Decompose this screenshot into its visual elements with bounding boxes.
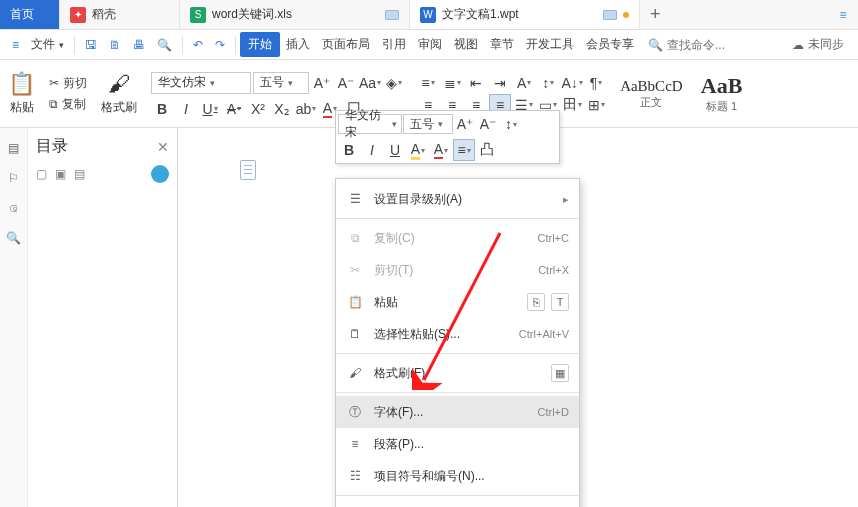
clear-format-button[interactable]: ◈▾ bbox=[383, 72, 405, 94]
strike-button[interactable]: A▾ bbox=[223, 98, 245, 120]
numbering-button[interactable]: ≣▾ bbox=[441, 72, 463, 94]
line-spacing-button[interactable]: ↕▾ bbox=[537, 72, 559, 94]
menu-view[interactable]: 视图 bbox=[448, 32, 484, 57]
sort-button[interactable]: A↓▾ bbox=[561, 72, 583, 94]
search-icon[interactable]: 🔍 bbox=[4, 228, 24, 248]
italic-button[interactable]: I bbox=[175, 98, 197, 120]
decrease-indent-button[interactable]: ⇤ bbox=[465, 72, 487, 94]
ctx-paragraph[interactable]: ≡ 段落(P)... bbox=[336, 428, 579, 460]
ctx-set-level[interactable]: ☰ 设置目录级别(A) ▸ bbox=[336, 183, 579, 215]
tab-xls[interactable]: S word关键词.xls bbox=[180, 0, 410, 29]
text-effects-button[interactable]: A▾ bbox=[513, 72, 535, 94]
format-painter-extra-icon[interactable]: ▦ bbox=[551, 364, 569, 382]
menu-references[interactable]: 引用 bbox=[376, 32, 412, 57]
menu-insert[interactable]: 插入 bbox=[280, 32, 316, 57]
wpt-icon: W bbox=[420, 7, 436, 23]
tabs-button[interactable]: ⊞▾ bbox=[585, 94, 607, 116]
outline-btn3-icon[interactable]: ▤ bbox=[74, 167, 85, 181]
undo-icon[interactable]: ↶ bbox=[187, 34, 209, 56]
sync-status[interactable]: ☁ 未同步 bbox=[784, 36, 852, 53]
menu-page-layout[interactable]: 页面布局 bbox=[316, 32, 376, 57]
mini-underline[interactable]: U bbox=[384, 139, 406, 161]
tab-wpt-active[interactable]: W 文字文稿1.wpt bbox=[410, 0, 640, 29]
file-menu[interactable]: 文件▾ bbox=[25, 32, 70, 57]
show-marks-button[interactable]: ¶▾ bbox=[585, 72, 607, 94]
subscript-button[interactable]: X₂ bbox=[271, 98, 293, 120]
font-size-combo[interactable]: 五号▾ bbox=[253, 72, 309, 94]
menu-review[interactable]: 审阅 bbox=[412, 32, 448, 57]
outline-refresh-icon[interactable] bbox=[151, 165, 169, 183]
tab-docer[interactable]: ✦ 稻壳 bbox=[60, 0, 180, 29]
print-icon[interactable]: 🖶 bbox=[127, 34, 151, 56]
paste-button[interactable]: 📋 粘贴 bbox=[0, 60, 43, 127]
style-heading1[interactable]: AaB 标题 1 bbox=[690, 70, 754, 117]
bookmark-flag-icon[interactable]: ⚐ bbox=[4, 168, 24, 188]
outline-view-icon[interactable]: ▤ bbox=[4, 138, 24, 158]
format-painter-button[interactable]: 🖌 格式刷 bbox=[93, 60, 145, 127]
mini-line-spacing[interactable]: ↕▾ bbox=[500, 113, 522, 135]
save-as-icon[interactable]: 🗎 bbox=[103, 34, 127, 56]
tab-new[interactable]: + bbox=[640, 0, 700, 29]
cloud-icon: ☁ bbox=[792, 38, 804, 52]
mini-shrink-font[interactable]: A⁻ bbox=[477, 113, 499, 135]
menu-start[interactable]: 开始 bbox=[240, 32, 280, 57]
menu-developer[interactable]: 开发工具 bbox=[520, 32, 580, 57]
ctx-format-painter[interactable]: 🖌 格式刷(F) ▦ bbox=[336, 357, 579, 389]
copy-button[interactable]: ⧉复制 bbox=[49, 96, 87, 113]
bold-button[interactable]: B bbox=[151, 98, 173, 120]
bullets-icon: ☷ bbox=[346, 469, 364, 483]
mini-align[interactable]: ≡▾ bbox=[453, 139, 475, 161]
shrink-font-button[interactable]: A⁻ bbox=[335, 72, 357, 94]
font-name-combo[interactable]: 华文仿宋▾ bbox=[151, 72, 251, 94]
ctx-copy: ⧉ 复制(C) Ctrl+C bbox=[336, 222, 579, 254]
app-menu-icon[interactable]: ≡ bbox=[828, 0, 858, 29]
grow-font-button[interactable]: A⁺ bbox=[311, 72, 333, 94]
redo-icon[interactable]: ↷ bbox=[209, 34, 231, 56]
superscript-button[interactable]: X² bbox=[247, 98, 269, 120]
style-normal[interactable]: AaBbCcD 正文 bbox=[613, 75, 690, 113]
command-search[interactable]: 🔍 bbox=[648, 38, 747, 52]
paste-text-only-icon[interactable]: T bbox=[551, 293, 569, 311]
mini-grow-font[interactable]: A⁺ bbox=[454, 113, 476, 135]
paste-keep-format-icon[interactable]: ⎘ bbox=[527, 293, 545, 311]
mini-font-name[interactable]: 华文仿宋▾ bbox=[338, 114, 402, 134]
menu-toggle-icon[interactable]: ≡ bbox=[6, 34, 25, 56]
mini-bold[interactable]: B bbox=[338, 139, 360, 161]
ctx-paste[interactable]: 📋 粘贴 ⎘ T bbox=[336, 286, 579, 318]
mini-italic[interactable]: I bbox=[361, 139, 383, 161]
close-icon[interactable]: ✕ bbox=[157, 139, 169, 155]
bullets-button[interactable]: ≡▾ bbox=[417, 72, 439, 94]
mini-highlight[interactable]: A▾ bbox=[407, 139, 429, 161]
cut-button[interactable]: ✂剪切 bbox=[49, 75, 87, 92]
ctx-pic-bg[interactable]: ▭ 图片背景(B)... ▸ bbox=[336, 499, 579, 507]
highlight-button[interactable]: ab▾ bbox=[295, 98, 317, 120]
outline-btn1-icon[interactable]: ▢ bbox=[36, 167, 47, 181]
search-input[interactable] bbox=[667, 38, 747, 52]
save-icon[interactable]: 🖫 bbox=[79, 34, 103, 56]
increase-indent-button[interactable]: ⇥ bbox=[489, 72, 511, 94]
plus-icon: + bbox=[650, 4, 661, 25]
ctx-paste-special[interactable]: 🗒 选择性粘贴(S)... Ctrl+Alt+V bbox=[336, 318, 579, 350]
print-preview-icon[interactable]: 🔍 bbox=[151, 34, 178, 56]
tab-label: 稻壳 bbox=[92, 6, 116, 23]
tab-home[interactable]: 首页 bbox=[0, 0, 60, 29]
window-icon[interactable] bbox=[385, 10, 399, 20]
underline-button[interactable]: U▾ bbox=[199, 98, 221, 120]
borders-button[interactable]: 田▾ bbox=[561, 94, 583, 116]
menu-vip[interactable]: 会员专享 bbox=[580, 32, 640, 57]
ctx-cut: ✂ 剪切(T) Ctrl+X bbox=[336, 254, 579, 286]
change-case-button[interactable]: Aa▾ bbox=[359, 72, 381, 94]
ctx-font[interactable]: Ⓣ 字体(F)... Ctrl+D bbox=[336, 396, 579, 428]
mini-font-size[interactable]: 五号▾ bbox=[403, 114, 453, 134]
ctx-bullets[interactable]: ☷ 项目符号和编号(N)... bbox=[336, 460, 579, 492]
window-icon[interactable] bbox=[603, 10, 617, 20]
bookmark-icon[interactable]: ⟃ bbox=[4, 198, 24, 218]
outline-panel: 目录 ✕ ▢ ▣ ▤ bbox=[28, 128, 178, 507]
outline-btn2-icon[interactable]: ▣ bbox=[55, 167, 66, 181]
separator bbox=[336, 353, 579, 354]
mini-insert[interactable]: 凸 bbox=[476, 139, 498, 161]
menu-bar: ≡ 文件▾ 🖫 🗎 🖶 🔍 ↶ ↷ 开始 插入 页面布局 引用 审阅 视图 章节… bbox=[0, 30, 858, 60]
menu-section[interactable]: 章节 bbox=[484, 32, 520, 57]
separator bbox=[336, 218, 579, 219]
mini-font-color[interactable]: A▾ bbox=[430, 139, 452, 161]
